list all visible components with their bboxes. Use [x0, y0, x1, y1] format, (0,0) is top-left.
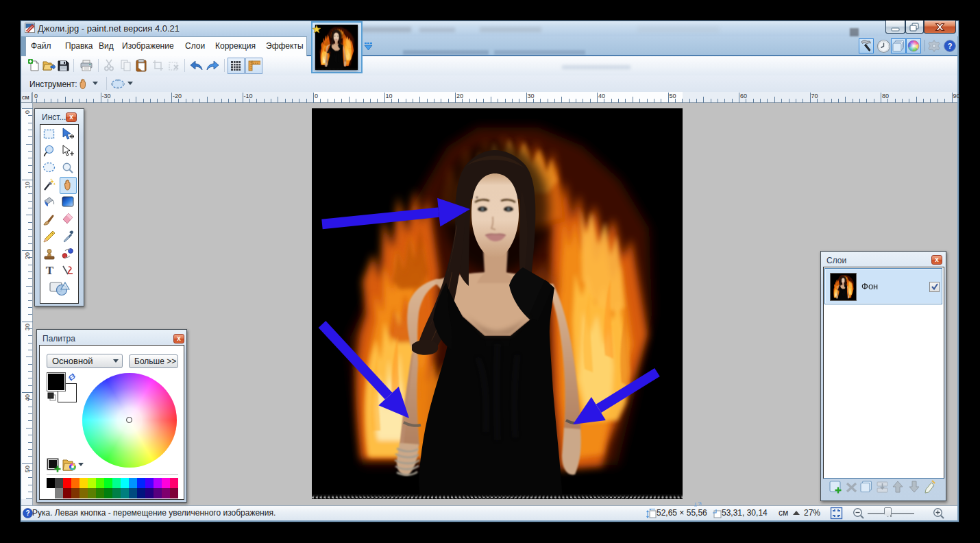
svg-text:?: ?	[948, 42, 953, 50]
svg-text:?: ?	[25, 509, 29, 517]
svg-text:T: T	[46, 264, 54, 276]
